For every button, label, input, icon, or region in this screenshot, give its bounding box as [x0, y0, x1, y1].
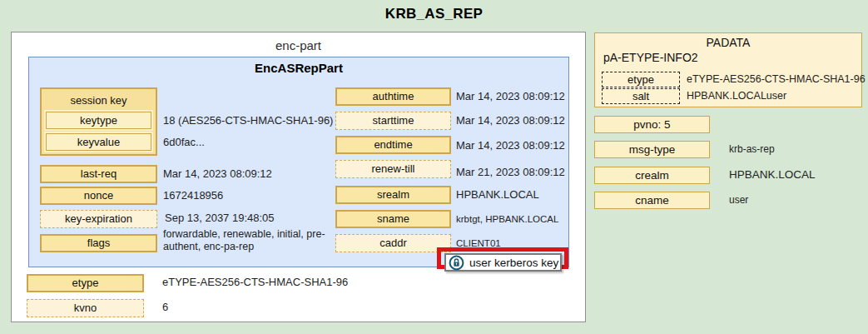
enc-as-rep-part-box: EncASRepPart session key keytype keyvalu… — [28, 57, 569, 267]
field-sname: sname — [335, 210, 451, 228]
diagram-title: KRB_AS_REP — [0, 6, 868, 22]
session-key-group: session key keytype keyvalue — [40, 87, 157, 156]
field-authtime: authtime — [335, 87, 451, 106]
starttime-value: Mar 14, 2023 08:09:12 — [456, 114, 565, 127]
field-msg-type: msg-type — [594, 141, 710, 158]
field-kvno: kvno — [27, 299, 144, 317]
field-renew-till: renew-till — [335, 160, 451, 178]
last-req-value: Mar 14, 2023 08:09:12 — [163, 167, 272, 180]
field-last-req: last-req — [40, 165, 157, 183]
user-kerberos-key-highlight: user kerberos key — [437, 247, 568, 269]
authtime-value: Mar 14, 2023 08:09:12 — [456, 90, 565, 102]
crealm-value: HPBANK.LOCAL — [729, 168, 816, 181]
field-key-expiration: key-expiration — [40, 210, 157, 228]
msg-type-value: krb-as-rep — [729, 143, 775, 155]
field-etype: etype — [27, 274, 144, 292]
flags-value: forwardable, renewable, initial, pre-aut… — [163, 228, 330, 253]
user-kerberos-key-chip: user kerberos key — [444, 253, 562, 272]
keyvalue-value: 6d0fac... — [163, 136, 205, 148]
field-flags: flags — [40, 234, 157, 252]
user-kerberos-key-label: user kerberos key — [469, 257, 558, 269]
session-key-label: session key — [42, 94, 156, 107]
enc-part-label: enc-part — [12, 38, 585, 52]
padata-box: PADATA pA-ETYPE-INFO2 etype eTYPE-AES256… — [594, 32, 862, 107]
field-padata-etype: etype — [602, 72, 680, 87]
padata-title: PADATA — [595, 36, 861, 49]
endtime-value: Mar 14, 2023 08:09:12 — [456, 139, 565, 152]
field-nonce: nonce — [40, 187, 157, 205]
pa-etype-info2-label: pA-ETYPE-INFO2 — [603, 51, 698, 64]
sname-value: krbtgt, HPBANK.LOCAL — [456, 214, 558, 224]
nonce-value: 1672418956 — [163, 189, 223, 202]
cname-value: user — [729, 194, 748, 206]
field-srealm: srealm — [335, 186, 451, 204]
field-keytype: keytype — [46, 112, 151, 129]
padata-salt-value: HPBANK.LOCALuser — [687, 90, 786, 102]
krb-as-rep-message-box: enc-part EncASRepPart session key keytyp… — [11, 32, 586, 322]
keytype-value: 18 (AES256-CTS-HMAC-SHA1-96) — [163, 114, 333, 127]
field-padata-salt: salt — [602, 88, 680, 104]
etype-value: eTYPE-AES256-CTS-HMAC-SHA1-96 — [162, 276, 348, 288]
field-endtime: endtime — [335, 136, 451, 154]
srealm-value: HPBANK.LOCAL — [456, 188, 539, 201]
field-pvno: pvno: 5 — [594, 116, 710, 133]
key-expiration-value: Sep 13, 2037 19:48:05 — [165, 212, 275, 224]
field-starttime: starttime — [335, 112, 451, 130]
padata-etype-value: eTYPE-AES256-CTS-HMAC-SHA1-96 — [687, 73, 866, 85]
field-crealm: crealm — [594, 167, 710, 184]
field-keyvalue: keyvalue — [46, 133, 151, 151]
enc-as-rep-part-title: EncASRepPart — [29, 61, 568, 75]
field-cname: cname — [594, 192, 710, 209]
lock-icon — [449, 255, 464, 271]
renew-till-value: Mar 21, 2023 08:09:12 — [456, 166, 565, 178]
kvno-value: 6 — [162, 301, 168, 313]
field-caddr: caddr — [335, 234, 451, 252]
